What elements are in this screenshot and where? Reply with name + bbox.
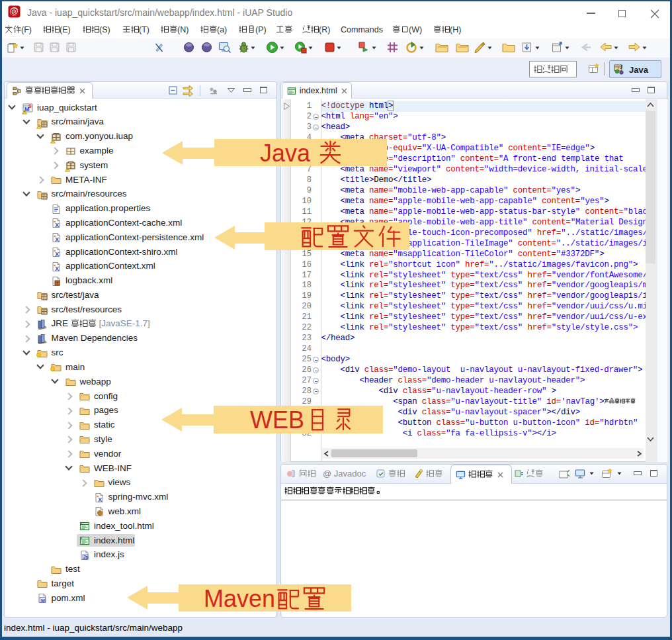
svg-text:J: J (620, 64, 623, 70)
